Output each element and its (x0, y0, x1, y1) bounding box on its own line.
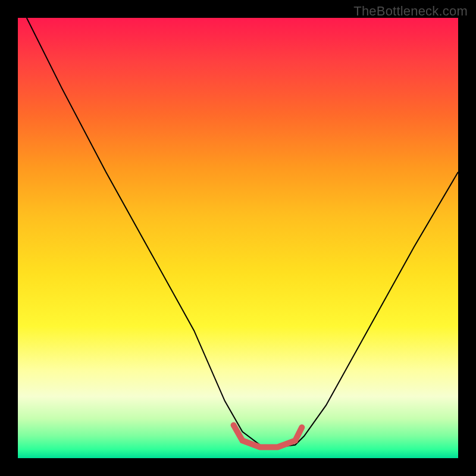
chart-svg (18, 18, 458, 458)
trough-highlight (234, 425, 302, 447)
watermark-text: TheBottleneck.com (353, 4, 468, 19)
chart-frame: TheBottleneck.com (0, 0, 476, 476)
bottleneck-curve-main (27, 18, 458, 447)
